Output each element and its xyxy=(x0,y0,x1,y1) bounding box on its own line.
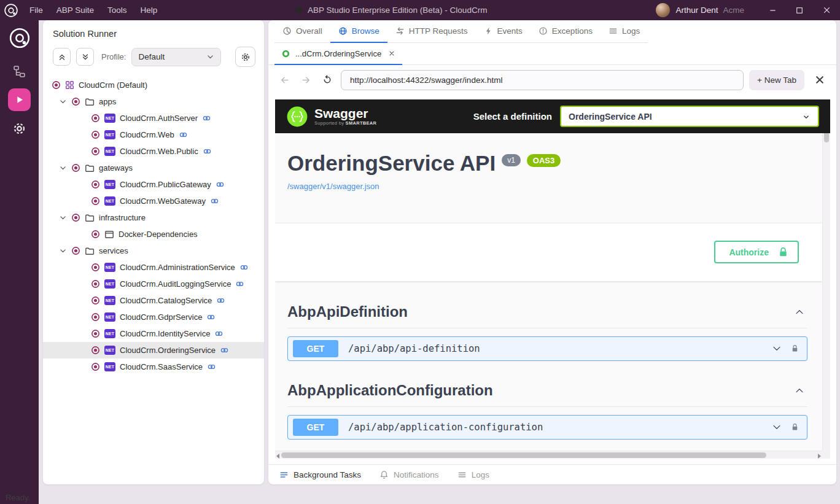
tree-item-cloudcrm-authserver[interactable]: NETCloudCrm.AuthServer xyxy=(43,110,264,126)
minimize-button[interactable] xyxy=(759,0,786,20)
back-icon xyxy=(279,75,290,85)
folder-icon xyxy=(85,97,95,107)
operation-path: /api/abp/application-configuration xyxy=(348,422,543,433)
maximize-button[interactable] xyxy=(786,0,813,20)
auth-lock-icon[interactable] xyxy=(790,344,799,353)
tree-item-services[interactable]: services xyxy=(43,242,264,259)
tree-item-cloudcrm-catalogservice[interactable]: NETCloudCrm.CatalogService xyxy=(43,292,264,309)
gear-icon xyxy=(241,52,251,62)
bottom-bar-notifications[interactable]: Notifications xyxy=(379,470,439,479)
tree-item-cloudcrm-orderingservice[interactable]: NETCloudCrm.OrderingService xyxy=(43,342,264,359)
scroll-left-arrow-icon[interactable] xyxy=(276,454,279,459)
collapse-section-icon[interactable] xyxy=(794,306,805,317)
overall-icon xyxy=(282,26,292,36)
tree-item-cloudcrm-webgateway[interactable]: NETCloudCrm.WebGateway xyxy=(43,193,264,209)
swagger-brand: Swagger Supported by SMARTBEAR xyxy=(286,106,376,128)
supported-by: Supported by SMARTBEAR xyxy=(314,120,376,126)
dotnet-badge-icon: NET xyxy=(104,180,115,189)
authorize-label: Authorize xyxy=(729,247,769,257)
horizontal-scrollbar[interactable] xyxy=(275,451,822,459)
back-button[interactable] xyxy=(276,72,292,88)
browser-tools-button[interactable] xyxy=(811,71,828,88)
spec-link[interactable]: /swagger/v1/swagger.json xyxy=(287,182,379,191)
expander-icon[interactable] xyxy=(59,214,67,222)
globe-icon xyxy=(338,26,348,36)
layers-icon xyxy=(279,470,289,479)
forward-button[interactable] xyxy=(298,72,314,88)
menu-abp-suite[interactable]: ABP Suite xyxy=(50,0,101,20)
tree-item-cloudcrm-gdprservice[interactable]: NETCloudCrm.GdprService xyxy=(43,309,264,325)
solution-runner-button[interactable] xyxy=(8,88,31,111)
collapse-section-icon[interactable] xyxy=(794,385,805,396)
api-info: OrderingService API v1 OAS3 /swagger/v1/… xyxy=(275,133,822,192)
tree-item-label: CloudCrm.Web xyxy=(120,130,174,139)
scroll-right-arrow-icon[interactable] xyxy=(818,454,821,459)
tree-item-label: CloudCrm.CatalogService xyxy=(120,296,212,305)
tab-http-requests[interactable]: HTTP Requests xyxy=(387,20,476,43)
menu-file[interactable]: File xyxy=(23,0,50,20)
close-button[interactable] xyxy=(813,0,840,20)
tree-item-cloudcrm-identityservice[interactable]: NETCloudCrm.IdentityService xyxy=(43,325,264,342)
tab-label: Logs xyxy=(622,26,640,36)
tab-exceptions[interactable]: Exceptions xyxy=(531,20,601,43)
tree-item-cloudcrm-web[interactable]: NETCloudCrm.Web xyxy=(43,126,264,143)
bottom-bar-background-tasks[interactable]: Background Tasks xyxy=(279,470,361,479)
expand-all-button[interactable] xyxy=(76,48,94,66)
vertical-scrollbar[interactable] xyxy=(822,99,830,451)
folder-icon xyxy=(85,246,95,256)
expand-operation-icon[interactable] xyxy=(771,343,782,354)
record-icon xyxy=(91,312,100,322)
expander-icon[interactable] xyxy=(59,164,67,172)
reload-button[interactable] xyxy=(319,72,335,88)
record-icon xyxy=(91,279,100,289)
bottom-bar-logs[interactable]: Logs xyxy=(457,470,489,479)
tree-item-cloudcrm-auditloggingservice[interactable]: NETCloudCrm.AuditLoggingService xyxy=(43,276,264,292)
tab-close-icon[interactable] xyxy=(389,50,395,56)
section-header[interactable]: AbpApplicationConfiguration xyxy=(287,376,807,407)
tree-item-cloudcrm-saasservice[interactable]: NETCloudCrm.SaasService xyxy=(43,359,264,375)
tab-browse[interactable]: Browse xyxy=(330,20,387,43)
tree-item-label: CloudCrm.WebGateway xyxy=(120,196,206,206)
authorize-button[interactable]: Authorize xyxy=(714,241,799,263)
tree-item-gateways[interactable]: gateways xyxy=(43,160,264,176)
chevron-down-icon xyxy=(802,112,811,121)
link-icon xyxy=(220,346,229,355)
tree-item-cloudcrm-default[interactable]: CloudCrm (Default) xyxy=(43,77,264,93)
dotnet-badge-icon: NET xyxy=(104,296,115,305)
browser-tab-orderingservice[interactable]: ...dCrm.OrderingService xyxy=(274,43,402,65)
runner-settings-button[interactable] xyxy=(235,47,255,67)
expand-operation-icon[interactable] xyxy=(771,422,782,433)
tree-item-infrastructure[interactable]: infrastructure xyxy=(43,209,264,226)
auth-lock-icon[interactable] xyxy=(790,422,799,432)
definition-select[interactable]: OrderingService API xyxy=(560,106,819,127)
folder-icon xyxy=(85,163,95,173)
tab-logs[interactable]: Logs xyxy=(601,20,648,43)
profile-select[interactable]: Default xyxy=(131,48,221,66)
tree-item-apps[interactable]: apps xyxy=(43,93,264,110)
operation-api-abp-application-configuration[interactable]: GET/api/abp/application-configuration xyxy=(287,415,807,440)
solution-explorer-icon[interactable] xyxy=(13,65,26,78)
menu-tools[interactable]: Tools xyxy=(101,0,134,20)
tree-item-cloudcrm-publicgateway[interactable]: NETCloudCrm.PublicGateway xyxy=(43,176,264,193)
tree-item-cloudcrm-administrationservice[interactable]: NETCloudCrm.AdministrationService xyxy=(43,259,264,276)
operation-path: /api/abp/api-definition xyxy=(348,343,480,354)
menu-help[interactable]: Help xyxy=(134,0,165,20)
avatar[interactable] xyxy=(656,3,670,17)
tab-overall[interactable]: Overall xyxy=(274,20,330,43)
new-tab-button[interactable]: + New Tab xyxy=(749,70,804,90)
record-icon xyxy=(71,213,80,222)
tree-item-docker-dependencies[interactable]: Docker-Dependencies xyxy=(43,226,264,242)
operation-api-abp-api-definition[interactable]: GET/api/abp/api-definition xyxy=(287,336,807,361)
collapse-all-button[interactable] xyxy=(53,48,71,66)
section-header[interactable]: AbpApiDefinition xyxy=(287,297,807,328)
link-icon xyxy=(214,329,224,338)
expander-icon[interactable] xyxy=(59,247,67,255)
horizontal-scroll-thumb[interactable] xyxy=(281,452,766,458)
record-icon xyxy=(91,329,100,338)
expander-icon[interactable] xyxy=(59,98,67,106)
close-icon xyxy=(823,6,831,14)
tab-events[interactable]: Events xyxy=(476,20,531,43)
tree-item-cloudcrm-web-public[interactable]: NETCloudCrm.Web.Public xyxy=(43,143,264,160)
url-input[interactable] xyxy=(341,70,744,90)
kubernetes-settings-icon[interactable] xyxy=(12,122,26,136)
